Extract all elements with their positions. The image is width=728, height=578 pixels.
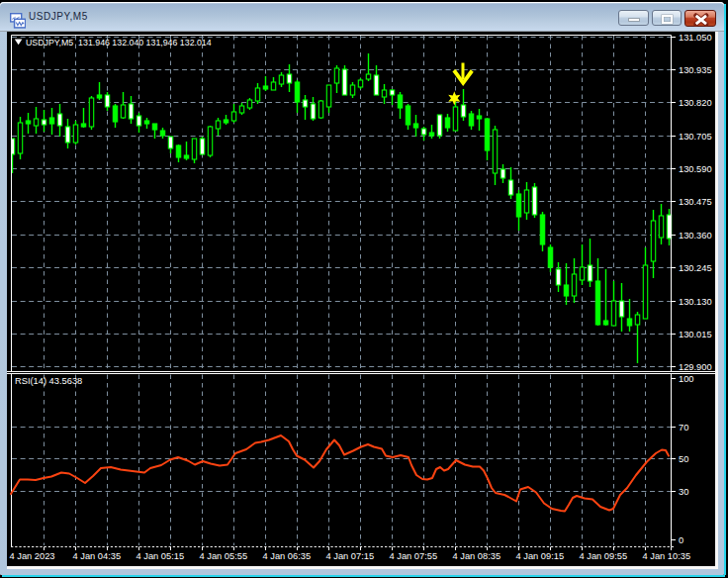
- svg-text:USDJPY,M5 131.946 132.040 131: USDJPY,M5 131.946 132.040 131,946 132.01…: [26, 38, 212, 48]
- svg-text:4 Jan 04:35: 4 Jan 04:35: [73, 551, 122, 561]
- svg-text:129.900: 129.900: [679, 362, 712, 372]
- svg-text:4 Jan 09:55: 4 Jan 09:55: [580, 551, 628, 561]
- svg-text:130.475: 130.475: [679, 197, 712, 207]
- svg-text:4 Jan 06:35: 4 Jan 06:35: [263, 551, 312, 561]
- svg-text:4 Jan 05:55: 4 Jan 05:55: [200, 551, 248, 561]
- svg-text:50: 50: [679, 454, 688, 464]
- svg-text:0: 0: [679, 535, 683, 545]
- svg-text:130.820: 130.820: [679, 98, 712, 108]
- svg-text:RSI(14) 43.5638: RSI(14) 43.5638: [15, 376, 82, 386]
- svg-text:4 Jan 09:15: 4 Jan 09:15: [516, 551, 565, 561]
- svg-text:130.130: 130.130: [679, 297, 712, 307]
- svg-text:130.015: 130.015: [679, 330, 712, 339]
- svg-text:130.705: 130.705: [679, 132, 712, 142]
- svg-text:4 Jan 05:15: 4 Jan 05:15: [136, 551, 185, 561]
- svg-text:130.245: 130.245: [679, 263, 712, 273]
- svg-text:130.360: 130.360: [679, 231, 712, 241]
- svg-text:4 Jan 10:35: 4 Jan 10:35: [643, 551, 691, 561]
- svg-text:30: 30: [679, 487, 688, 497]
- svg-text:131.050: 131.050: [679, 33, 712, 43]
- svg-text:4 Jan 08:35: 4 Jan 08:35: [453, 551, 501, 561]
- svg-text:4 Jan 2023: 4 Jan 2023: [10, 551, 55, 561]
- svg-text:4 Jan 07:55: 4 Jan 07:55: [390, 551, 438, 561]
- svg-text:130.935: 130.935: [679, 65, 712, 75]
- svg-text:70: 70: [679, 423, 688, 433]
- svg-text:4 Jan 07:15: 4 Jan 07:15: [326, 551, 375, 561]
- svg-text:130.590: 130.590: [679, 164, 712, 174]
- svg-text:100: 100: [679, 374, 694, 384]
